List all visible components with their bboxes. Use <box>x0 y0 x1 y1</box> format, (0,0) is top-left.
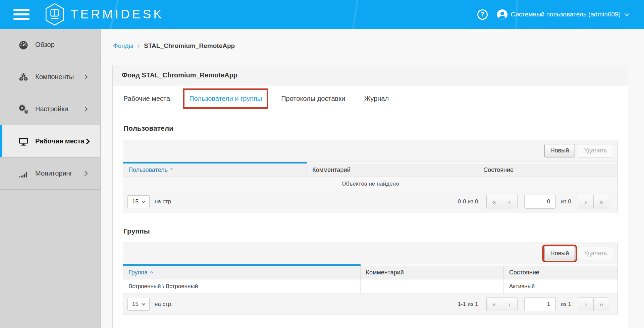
app-logo[interactable]: TERMIDESK <box>44 3 164 26</box>
help-icon[interactable]: ? <box>477 9 488 20</box>
per-page-value: 15 <box>132 198 139 205</box>
breadcrumb-current: STAL_Chromium_RemoteApp <box>144 42 235 50</box>
users-table-header: Пользователь^ Комментарий Состояние <box>123 163 618 177</box>
sidebar-item-label: Рабочие места <box>35 137 85 145</box>
sidebar-item-components[interactable]: Компоненты <box>0 61 100 93</box>
breadcrumb: Фонды › STAL_Chromium_RemoteApp <box>112 42 628 50</box>
users-empty-row: Объектов не найдено <box>123 177 618 191</box>
pool-card-title: Фонд STAL_Chromium_RemoteApp <box>113 65 628 85</box>
users-first-page-button[interactable]: « <box>486 195 502 208</box>
users-per-page-select[interactable]: 15 <box>127 195 150 208</box>
groups-col-group[interactable]: Группа^ <box>123 266 361 279</box>
groups-per-page-select[interactable]: 15 <box>127 298 150 311</box>
breadcrumb-separator: › <box>138 43 140 50</box>
chevron-right-icon <box>83 171 88 176</box>
users-page-of-label: из 0 <box>561 198 571 205</box>
sidebar-item-settings[interactable]: Настройки <box>0 93 100 125</box>
chevron-down-icon <box>142 199 145 203</box>
groups-page-input[interactable] <box>524 297 556 311</box>
group-name-cell: Встроенный \ Встроенный <box>123 279 361 293</box>
user-name: Системный пользователь (admin609) <box>511 11 621 18</box>
users-col-state[interactable]: Состояние <box>478 163 618 177</box>
monitor-icon <box>18 136 29 147</box>
chevron-down-icon <box>142 302 145 306</box>
chevron-right-icon <box>84 138 90 144</box>
groups-col-state[interactable]: Состояние <box>504 266 618 279</box>
sort-asc-icon: ^ <box>150 270 153 275</box>
sidebar-item-label: Компоненты <box>35 73 74 81</box>
users-range-label: 0-0 из 0 <box>458 198 478 205</box>
groups-next-page-button[interactable]: › <box>578 298 594 311</box>
tab-users-groups[interactable]: Пользователи и группы <box>189 95 262 103</box>
users-prev-page-button[interactable]: ‹ <box>502 195 518 208</box>
groups-delete-button[interactable]: Удалить <box>578 247 613 260</box>
gears-icon <box>18 104 29 115</box>
users-section-title: Пользователи <box>123 124 618 132</box>
sidebar-item-monitoring[interactable]: Мониторинг <box>0 157 100 190</box>
chart-bars-icon <box>18 168 29 179</box>
groups-section-title: Группы <box>123 227 618 235</box>
tab-delivery-protocols[interactable]: Протоколы доставки <box>281 95 345 103</box>
group-comment-cell <box>361 279 504 293</box>
chevron-right-icon <box>83 107 88 112</box>
group-table-row[interactable]: Встроенный \ Встроенный Активный <box>123 279 618 293</box>
tab-workplaces[interactable]: Рабочие места <box>123 95 170 103</box>
pool-card: Фонд STAL_Chromium_RemoteApp Рабочие мес… <box>112 65 628 328</box>
dashboard-icon <box>18 40 29 50</box>
users-toolbar: Новый Удалить <box>123 140 618 162</box>
per-page-label: на стр. <box>155 198 173 205</box>
app-header: TERMIDESK ? Системный пользователь (admi… <box>0 0 644 29</box>
tab-journal[interactable]: Журнал <box>364 95 389 103</box>
sidebar-item-label: Обзор <box>35 41 55 49</box>
sort-asc-icon: ^ <box>170 167 173 173</box>
sidebar: Обзор Компоненты <box>0 29 101 328</box>
users-page-input[interactable] <box>524 195 556 209</box>
sidebar-item-label: Мониторинг <box>35 170 72 177</box>
menu-button[interactable] <box>13 7 30 22</box>
groups-page-of-label: из 1 <box>561 301 571 308</box>
cubes-icon <box>18 72 29 82</box>
sidebar-item-workplaces[interactable]: Рабочие места <box>0 125 100 157</box>
users-table-widget: Новый Удалить Пользователь^ Комментарий … <box>123 140 618 212</box>
sidebar-item-label: Настройки <box>35 105 68 113</box>
per-page-value: 15 <box>132 301 139 308</box>
breadcrumb-link-funds[interactable]: Фонды <box>113 42 133 50</box>
per-page-label: на стр. <box>155 301 173 308</box>
groups-prev-page-button[interactable]: ‹ <box>502 298 518 311</box>
main-content: Фонды › STAL_Chromium_RemoteApp Фонд STA… <box>101 29 644 328</box>
groups-pagination: 15 на стр. 1-1 из 1 « ‹ из 1 › » <box>123 293 618 315</box>
sidebar-item-overview[interactable]: Обзор <box>0 29 100 61</box>
logo-hexagon-icon <box>44 3 65 26</box>
groups-col-comment[interactable]: Комментарий <box>361 266 504 279</box>
hamburger-icon <box>13 9 30 11</box>
users-new-button[interactable]: Новый <box>544 144 575 157</box>
groups-table-widget: Новый Удалить Группа^ Комментарий Состоя… <box>123 243 618 315</box>
groups-table-header: Группа^ Комментарий Состояние <box>123 266 618 279</box>
groups-toolbar: Новый Удалить <box>123 243 618 265</box>
tab-bar: Рабочие места Пользователи и группы Прот… <box>123 85 618 112</box>
users-last-page-button[interactable]: » <box>593 195 609 208</box>
group-state-cell: Активный <box>504 279 618 293</box>
users-delete-button[interactable]: Удалить <box>578 144 613 157</box>
users-next-page-button[interactable]: › <box>578 195 594 208</box>
groups-new-button[interactable]: Новый <box>544 247 575 260</box>
users-pagination: 15 на стр. 0-0 из 0 « ‹ из 0 › » <box>123 191 618 212</box>
groups-first-page-button[interactable]: « <box>486 298 502 311</box>
users-col-user[interactable]: Пользователь^ <box>123 163 307 177</box>
user-menu[interactable]: Системный пользователь (admin609) <box>497 9 629 20</box>
chevron-down-icon <box>625 11 629 16</box>
groups-range-label: 1-1 из 1 <box>458 301 478 308</box>
groups-last-page-button[interactable]: » <box>593 298 609 311</box>
chevron-right-icon <box>83 74 88 80</box>
users-col-comment[interactable]: Комментарий <box>307 163 478 177</box>
brand-name: TERMIDESK <box>70 7 164 21</box>
user-avatar-icon <box>497 9 507 20</box>
